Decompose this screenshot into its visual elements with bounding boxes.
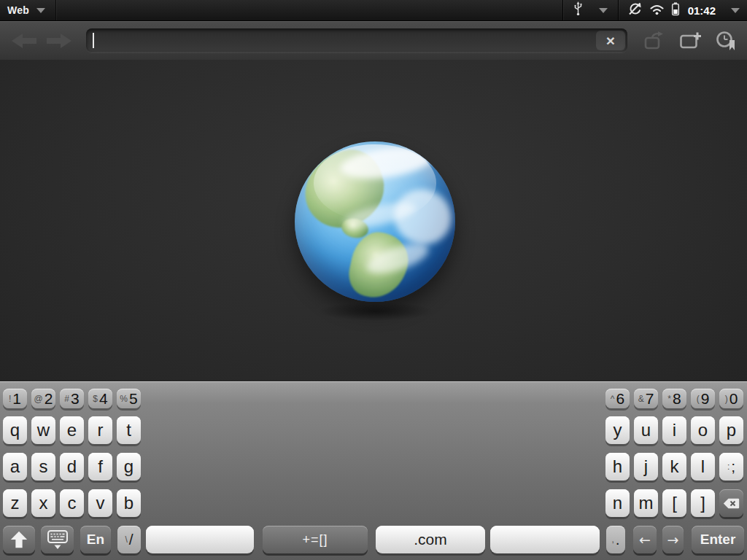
key-6[interactable]: ^ 6 bbox=[605, 389, 630, 408]
key-backspace[interactable] bbox=[719, 489, 743, 517]
system-status-bar: Web bbox=[0, 0, 747, 21]
forward-button[interactable] bbox=[44, 28, 74, 54]
key-semicolon[interactable]: : ; bbox=[719, 453, 743, 481]
space-key-left[interactable] bbox=[146, 526, 254, 553]
key-language[interactable]: En bbox=[80, 526, 111, 553]
key-f[interactable]: f bbox=[88, 453, 112, 481]
key-m[interactable]: m bbox=[634, 489, 658, 517]
key-s[interactable]: s bbox=[31, 453, 55, 481]
key-h[interactable]: h bbox=[605, 453, 630, 481]
key-c[interactable]: c bbox=[60, 489, 84, 517]
key-t[interactable]: t bbox=[117, 416, 141, 444]
key-k[interactable]: k bbox=[662, 453, 686, 481]
globe-gloss-highlight bbox=[314, 144, 436, 222]
key-symbols[interactable]: +=[] bbox=[263, 526, 368, 553]
new-card-button[interactable] bbox=[677, 28, 705, 53]
rotation-lock-icon bbox=[627, 1, 643, 19]
key-9[interactable]: ( 9 bbox=[691, 389, 715, 408]
key-z[interactable]: z bbox=[3, 489, 27, 517]
backspace-icon bbox=[723, 498, 740, 509]
back-arrow-icon bbox=[10, 32, 38, 50]
app-menu-label: Web bbox=[7, 4, 29, 16]
key-v[interactable]: v bbox=[88, 489, 112, 517]
key-w[interactable]: w bbox=[31, 416, 55, 444]
chevron-down-icon bbox=[731, 8, 740, 13]
key-1[interactable]: ! 1 bbox=[3, 389, 27, 408]
history-bookmarks-button[interactable] bbox=[712, 28, 740, 53]
key-7[interactable]: & 7 bbox=[634, 389, 658, 408]
clear-url-button[interactable]: × bbox=[596, 31, 625, 50]
key-i[interactable]: i bbox=[662, 416, 686, 444]
wifi-icon bbox=[649, 3, 665, 18]
chevron-down-icon bbox=[36, 8, 45, 13]
app-menu[interactable]: Web bbox=[0, 0, 56, 20]
key-5[interactable]: % 5 bbox=[117, 389, 141, 408]
key-u[interactable]: u bbox=[634, 416, 658, 444]
key-e[interactable]: e bbox=[60, 416, 84, 444]
url-input[interactable]: × bbox=[86, 28, 627, 52]
key-b[interactable]: b bbox=[117, 489, 141, 517]
key-a[interactable]: a bbox=[3, 453, 27, 481]
key-d[interactable]: d bbox=[60, 453, 84, 481]
key-q[interactable]: q bbox=[3, 416, 27, 444]
key-8[interactable]: * 8 bbox=[662, 389, 686, 408]
back-button[interactable] bbox=[9, 28, 39, 54]
key-close-bracket[interactable]: ] bbox=[691, 489, 715, 517]
forward-arrow-icon bbox=[45, 32, 73, 50]
new-card-icon bbox=[679, 31, 703, 50]
usb-menu[interactable] bbox=[563, 0, 618, 20]
hide-keyboard-icon bbox=[47, 529, 69, 550]
chevron-down-icon bbox=[599, 8, 608, 13]
virtual-keyboard: ! 1 @ 2 # 3 $ 4 % 5 bbox=[0, 381, 747, 560]
key-dotcom[interactable]: .com bbox=[376, 526, 485, 553]
usb-icon bbox=[573, 1, 583, 19]
share-icon bbox=[643, 31, 665, 50]
key-0[interactable]: ) 0 bbox=[719, 389, 743, 408]
system-menu[interactable]: 01:42 bbox=[619, 0, 747, 20]
browser-toolbar: × bbox=[0, 21, 747, 61]
page-content bbox=[0, 60, 747, 382]
key-o[interactable]: o bbox=[691, 416, 715, 444]
key-2[interactable]: @ 2 bbox=[31, 389, 55, 408]
key-slash[interactable]: \ / bbox=[117, 526, 141, 553]
key-l[interactable]: l bbox=[691, 453, 715, 481]
space-key-right[interactable] bbox=[490, 526, 600, 553]
key-shift[interactable] bbox=[3, 526, 35, 553]
history-clock-icon bbox=[715, 31, 737, 51]
key-x[interactable]: x bbox=[31, 489, 55, 517]
share-button[interactable] bbox=[640, 28, 668, 53]
key-n[interactable]: n bbox=[605, 489, 630, 517]
key-period[interactable]: , . bbox=[606, 526, 625, 553]
status-icons-area: 01:42 bbox=[562, 0, 747, 20]
globe-drop-shadow bbox=[317, 302, 435, 321]
key-cursor-right[interactable]: → bbox=[662, 526, 684, 553]
key-4[interactable]: $ 4 bbox=[88, 389, 112, 408]
key-open-bracket[interactable]: [ bbox=[662, 489, 686, 517]
key-j[interactable]: j bbox=[634, 453, 658, 481]
battery-icon bbox=[671, 1, 680, 19]
text-cursor bbox=[93, 33, 94, 48]
globe-icon bbox=[295, 141, 455, 302]
key-p[interactable]: p bbox=[719, 416, 743, 444]
shift-icon bbox=[9, 530, 28, 549]
key-hide-keyboard[interactable] bbox=[41, 526, 74, 553]
key-cursor-left[interactable]: ← bbox=[633, 526, 657, 553]
key-enter[interactable]: Enter bbox=[692, 526, 744, 553]
key-3[interactable]: # 3 bbox=[60, 389, 84, 408]
browser-screen: Web bbox=[0, 0, 747, 560]
key-r[interactable]: r bbox=[88, 416, 112, 444]
key-g[interactable]: g bbox=[117, 453, 141, 481]
key-y[interactable]: y bbox=[605, 416, 630, 444]
clock-time: 01:42 bbox=[688, 4, 716, 17]
